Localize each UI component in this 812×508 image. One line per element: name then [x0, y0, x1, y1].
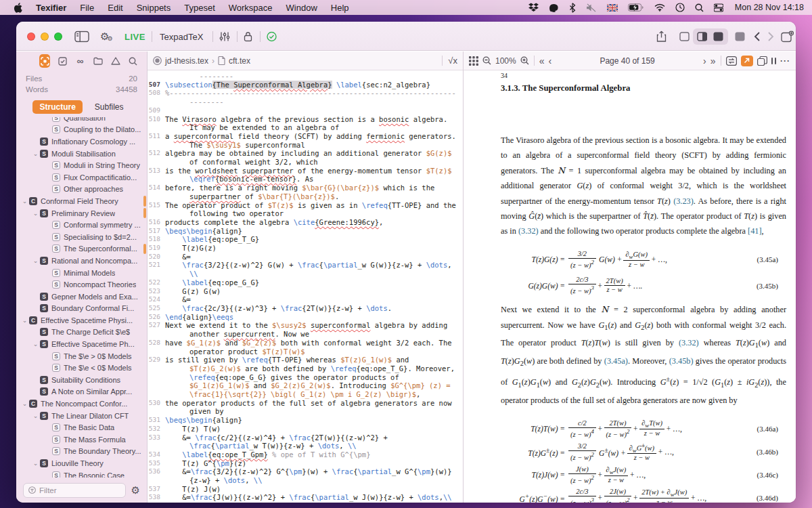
structure-item[interactable]: ⌄SModuli Stabilisation	[16, 148, 147, 160]
structure-item[interactable]: SThe $\e < 0$ Models	[16, 362, 147, 374]
structure-item[interactable]: SThe Boundary Theory...	[16, 446, 147, 458]
structure-item[interactable]: SThe Mass Formula	[16, 433, 147, 446]
zoom-in-icon[interactable]	[520, 56, 529, 65]
structure-item[interactable]: SBoundary Conformal Fi...	[16, 303, 147, 315]
toggle-sidebar-icon[interactable]	[74, 31, 89, 43]
breadcrumb-file[interactable]: cft.tex	[229, 56, 250, 66]
view-editor-only-button[interactable]	[679, 32, 690, 41]
page-indicator[interactable]: Page 40 of 159	[556, 56, 698, 66]
previous-page-button[interactable]: ‹	[549, 56, 552, 66]
structure-item[interactable]: ⌄SRational and Noncompa...	[16, 255, 147, 267]
zoom-out-icon[interactable]	[482, 56, 491, 65]
menu-item-edit[interactable]: Edit	[101, 3, 129, 13]
history-back-icon[interactable]	[754, 31, 761, 42]
wifi-icon[interactable]	[654, 3, 665, 12]
structure-item[interactable]: ⌄SLiouville Theory	[16, 457, 147, 469]
battery-icon[interactable]	[628, 3, 644, 12]
structure-item[interactable]: SFlux Compactificatio...	[16, 171, 147, 184]
structure-item[interactable]: SConformal symmetry ...	[16, 219, 147, 231]
typeset-settings-gears-icon[interactable]: ⚙⚙	[100, 30, 113, 43]
breadcrumb-root[interactable]: jd-thesis.tex	[165, 56, 208, 66]
continuous-scroll-icon[interactable]	[771, 58, 777, 64]
keyboard-layout-flag-icon[interactable]	[607, 4, 618, 12]
sync-source-icon[interactable]	[726, 56, 737, 66]
expander-chevron-icon[interactable]: ⌄	[20, 400, 29, 407]
expander-chevron-icon[interactable]: ⌄	[31, 460, 40, 467]
warnings-icon[interactable]	[110, 54, 121, 68]
structure-item[interactable]: SThe Charge Deficit $\e$	[16, 326, 147, 339]
menu-clock[interactable]: Mon 28 Nov 14:18	[735, 3, 804, 12]
view-split-button[interactable]	[697, 32, 707, 41]
structure-view-icon[interactable]	[39, 54, 50, 68]
math-preview-button[interactable]: √x	[448, 56, 457, 66]
files-folder-icon[interactable]	[93, 54, 104, 68]
expander-chevron-icon[interactable]: ⌄	[20, 198, 29, 205]
expander-chevron-icon[interactable]: ⌄	[31, 257, 40, 264]
structure-item[interactable]: SSuitability Conditions	[16, 374, 147, 386]
structure-item[interactable]: SThe $\e > 0$ Models	[16, 350, 147, 362]
filter-input[interactable]: Filter	[23, 483, 126, 498]
close-window-button[interactable]	[27, 33, 35, 41]
structure-item[interactable]: SGepner Models and Exa...	[16, 291, 147, 303]
time-machine-icon[interactable]	[675, 3, 685, 12]
expander-chevron-icon[interactable]: ⌄	[31, 150, 40, 157]
history-forward-icon[interactable]	[767, 31, 774, 42]
zoom-level-label[interactable]: 100%	[495, 56, 516, 66]
typeset-options-sliders-icon[interactable]	[219, 32, 230, 42]
lock-icon[interactable]	[244, 32, 252, 42]
menu-item-help[interactable]: Help	[324, 3, 356, 13]
structure-item[interactable]: SThe Basic Data	[16, 421, 147, 433]
mute-icon[interactable]	[586, 3, 597, 12]
menu-app-name[interactable]: Texifier	[29, 3, 73, 13]
expander-chevron-icon[interactable]: ⌄	[20, 317, 29, 324]
structure-item[interactable]: SSpecialising to $d=2...	[16, 231, 147, 243]
next-page-button[interactable]: ›	[703, 56, 706, 66]
structure-item[interactable]: SCoupling to the Dilato...	[16, 124, 147, 136]
window-titlebar[interactable]: ⚙⚙ LIVE TexpadTeX	[16, 22, 796, 51]
structure-item[interactable]: ⌄CConformal Field Theory	[16, 195, 147, 207]
view-fullscreen-button[interactable]	[735, 32, 745, 41]
tab-structure[interactable]: Structure	[32, 100, 82, 114]
thumbnails-grid-icon[interactable]	[469, 56, 478, 66]
structure-item[interactable]: SThe Bosonic Case	[16, 469, 147, 478]
structure-item[interactable]: SOther approaches	[16, 184, 147, 196]
sidebar-settings-gear-icon[interactable]: ⚙	[131, 484, 140, 496]
structure-item[interactable]: ⌄CThe Noncompact Confor...	[16, 398, 147, 410]
typeset-engine-label[interactable]: TexpadTeX	[160, 32, 203, 42]
infinity-icon[interactable]: ∞	[74, 54, 85, 68]
structure-item[interactable]: ⌄SPreliminary Review	[16, 207, 147, 219]
expander-chevron-icon[interactable]: ⌄	[31, 412, 40, 419]
todo-checkbox-icon[interactable]	[57, 54, 68, 68]
structure-item[interactable]: SA Note on Similar Appr...	[16, 386, 147, 398]
expander-chevron-icon[interactable]: ⌄	[31, 210, 40, 217]
structure-item[interactable]: SInflationary Cosmology ...	[16, 135, 147, 148]
apple-menu-icon[interactable]	[14, 3, 22, 13]
structure-item[interactable]: ⌄SThe Linear Dilaton CFT	[16, 410, 147, 422]
structure-item[interactable]: ⌄SEffective Spacetime Ph...	[16, 338, 147, 350]
structure-item[interactable]: SModuli in String Theory	[16, 159, 147, 171]
structure-item[interactable]: SQuantisation	[16, 117, 147, 124]
share-icon[interactable]	[656, 31, 667, 43]
menu-item-typeset[interactable]: Typeset	[177, 3, 222, 13]
menu-item-workspace[interactable]: Workspace	[222, 3, 279, 13]
structure-item[interactable]: SMinimal Models	[16, 267, 147, 279]
new-window-icon[interactable]	[781, 31, 794, 43]
menu-item-file[interactable]: File	[73, 3, 101, 13]
minimize-window-button[interactable]	[41, 33, 49, 41]
autoscroll-sync-button[interactable]	[741, 56, 753, 66]
dropbox-icon[interactable]	[528, 3, 539, 12]
menu-item-snippets[interactable]: Snippets	[130, 3, 178, 13]
pdf-page[interactable]: 34 3.1.3. The Superconformal Algebra The…	[464, 70, 796, 503]
control-center-icon[interactable]	[714, 3, 723, 12]
more-options-icon[interactable]: ···	[780, 56, 790, 66]
search-icon[interactable]	[128, 54, 139, 68]
zoom-window-button[interactable]	[54, 33, 62, 41]
spotlight-icon[interactable]	[695, 3, 704, 12]
typeset-success-check-icon[interactable]	[267, 32, 277, 42]
menu-item-window[interactable]: Window	[279, 3, 324, 13]
structure-item[interactable]: SThe Superconformal...	[16, 243, 147, 255]
mastodon-icon[interactable]	[549, 3, 559, 13]
view-pdf-only-button[interactable]	[713, 32, 723, 41]
last-page-button[interactable]: »	[710, 56, 716, 66]
source-code-editor[interactable]: --------507\subsection{The Superconforma…	[148, 70, 463, 503]
